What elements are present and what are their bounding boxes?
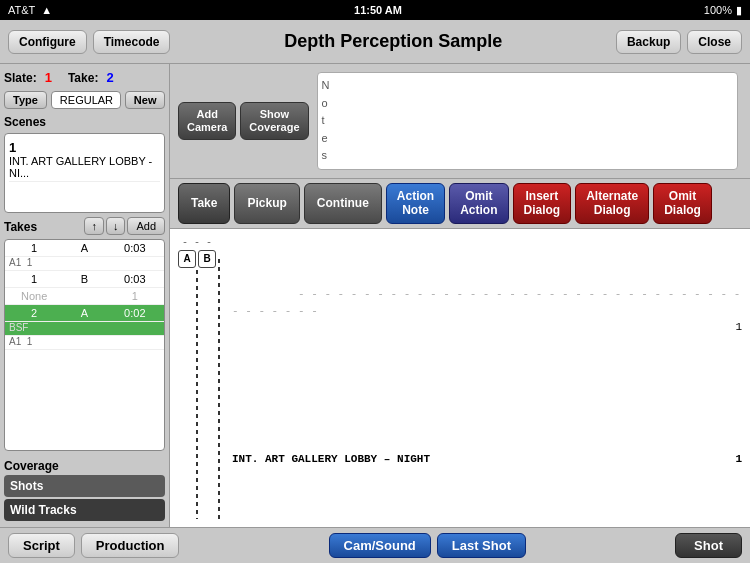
omit-action-button[interactable]: OmitAction <box>449 183 508 224</box>
omit-dialog-button[interactable]: OmitDialog <box>653 183 712 224</box>
take-time: 0:03 <box>110 242 160 254</box>
status-time: 11:50 AM <box>354 4 402 16</box>
type-display: REGULAR <box>51 91 121 109</box>
scenes-box: 1 INT. ART GALLERY LOBBY - NI... <box>4 133 165 213</box>
takes-box: 1 A 0:03 A1 1 1 B 0:03 None 1 2 A <box>4 239 165 451</box>
show-coverage-button[interactable]: ShowCoverage <box>240 102 308 140</box>
carrier-label: AT&T <box>8 4 35 16</box>
take-sub-bsf: BSF <box>9 322 28 333</box>
take-num: 2 <box>9 307 59 319</box>
bottom-left: Script Production <box>8 533 179 558</box>
take-count: 1 <box>110 290 160 302</box>
table-row[interactable]: 2 A 0:02 <box>5 305 164 322</box>
scenes-label: Scenes <box>4 115 165 129</box>
takes-down-button[interactable]: ↓ <box>106 217 126 235</box>
script-area: - - - A B - - - - - - - - - - - - - - - … <box>170 229 750 527</box>
alternate-dialog-button[interactable]: AlternateDialog <box>575 183 649 224</box>
take-sub: A1 1 <box>9 257 32 268</box>
table-row[interactable]: 1 A 0:03 <box>5 240 164 257</box>
take-num: 1 <box>9 273 59 285</box>
status-bar: AT&T ▲ 11:50 AM 100% ▮ <box>0 0 750 20</box>
table-row: None 1 <box>5 288 164 305</box>
takes-up-button[interactable]: ↑ <box>84 217 104 235</box>
shots-label: Shots <box>10 479 43 493</box>
script-page-header: - - - - - - - - - - - - - - - - - - - - … <box>232 270 742 353</box>
cam-a-button[interactable]: A <box>178 250 196 268</box>
notes-area[interactable]: Notes <box>317 72 739 170</box>
add-camera-button[interactable]: AddCamera <box>178 102 236 140</box>
last-shot-button[interactable]: Last Shot <box>437 533 526 558</box>
cam-line-b <box>218 259 220 519</box>
script-scene-heading: INT. ART GALLERY LOBBY – NIGHT1 <box>232 451 742 468</box>
coverage-label: Coverage <box>4 459 165 473</box>
slate-label: Slate: <box>4 71 37 85</box>
close-button[interactable]: Close <box>687 30 742 54</box>
middle-panel: AddCamera ShowCoverage Notes Take Pickup… <box>170 64 750 527</box>
bottom-center: Cam/Sound Last Shot <box>329 533 526 558</box>
take-button[interactable]: Take <box>178 183 230 224</box>
battery-label: 100% <box>704 4 732 16</box>
takes-arrows: ↑ ↓ Add <box>84 217 165 235</box>
header-right: Backup Close <box>616 30 742 54</box>
take-label: Take: <box>68 71 98 85</box>
shot-button[interactable]: Shot <box>675 533 742 558</box>
cam-col-left: - - - A B <box>178 237 216 519</box>
wild-tracks-label: Wild Tracks <box>10 503 77 517</box>
insert-dialog-button[interactable]: InsertDialog <box>513 183 572 224</box>
cam-b-button[interactable]: B <box>198 250 216 268</box>
table-row-sub2: A1 1 <box>5 336 164 350</box>
slate-value: 1 <box>45 70 52 85</box>
takes-add-button[interactable]: Add <box>127 217 165 235</box>
backup-button[interactable]: Backup <box>616 30 681 54</box>
table-row-sub: BSF <box>5 322 164 336</box>
button-row-1: AddCamera ShowCoverage Notes <box>170 64 750 179</box>
script-content: - - - - - - - - - - - - - - - - - - - - … <box>232 237 742 519</box>
takes-header: Takes ↑ ↓ Add <box>4 217 165 235</box>
cam-col-right <box>218 237 220 519</box>
scene-description: INT. ART GALLERY LOBBY - NI... <box>9 155 160 179</box>
configure-button[interactable]: Configure <box>8 30 87 54</box>
header-left: Configure Timecode <box>8 30 170 54</box>
status-right: 100% ▮ <box>704 4 742 17</box>
script-left: - - - A B <box>178 237 228 519</box>
take-cam: A <box>59 242 109 254</box>
take-cam: B <box>59 273 109 285</box>
coverage-section: Coverage Shots Wild Tracks <box>4 459 165 523</box>
action-note-button[interactable]: ActionNote <box>386 183 445 224</box>
app-title: Depth Perception Sample <box>284 31 502 52</box>
continue-button[interactable]: Continue <box>304 183 382 224</box>
status-left: AT&T ▲ <box>8 4 52 16</box>
takes-label: Takes <box>4 220 37 234</box>
production-tab-button[interactable]: Production <box>81 533 180 558</box>
scene-item[interactable]: 1 INT. ART GALLERY LOBBY - NI... <box>9 138 160 182</box>
pickup-button[interactable]: Pickup <box>234 183 299 224</box>
main-area: Slate: 1 Take: 2 Type REGULAR New Scenes… <box>0 64 750 527</box>
take-num: None <box>9 290 59 302</box>
left-panel: Slate: 1 Take: 2 Type REGULAR New Scenes… <box>0 64 170 527</box>
new-button[interactable]: New <box>125 91 166 109</box>
action-buttons-row: Take Pickup Continue ActionNote OmitActi… <box>170 179 750 229</box>
type-row: Type REGULAR New <box>4 91 165 109</box>
timecode-button[interactable]: Timecode <box>93 30 171 54</box>
slate-take-row: Slate: 1 Take: 2 <box>4 68 165 87</box>
bottom-bar: Script Production Cam/Sound Last Shot Sh… <box>0 527 750 563</box>
take-time: 0:03 <box>110 273 160 285</box>
cam-sound-button[interactable]: Cam/Sound <box>329 533 431 558</box>
table-row-sub: A1 1 <box>5 257 164 271</box>
bottom-right: Shot <box>675 533 742 558</box>
script-tab-button[interactable]: Script <box>8 533 75 558</box>
take-num: 1 <box>9 242 59 254</box>
coverage-shots[interactable]: Shots <box>4 475 165 497</box>
cam-line-a <box>196 270 198 519</box>
take-cam: A <box>59 307 109 319</box>
scene-number: 1 <box>9 140 160 155</box>
battery-icon: ▮ <box>736 4 742 17</box>
coverage-wild-tracks[interactable]: Wild Tracks <box>4 499 165 521</box>
script-page-num: 1 <box>735 319 742 336</box>
take-value: 2 <box>106 70 113 85</box>
table-row[interactable]: 1 B 0:03 <box>5 271 164 288</box>
wifi-icon: ▲ <box>41 4 52 16</box>
type-button[interactable]: Type <box>4 91 47 109</box>
notes-letters: Notes <box>322 79 330 161</box>
cam-ab-buttons: A B <box>178 250 216 268</box>
